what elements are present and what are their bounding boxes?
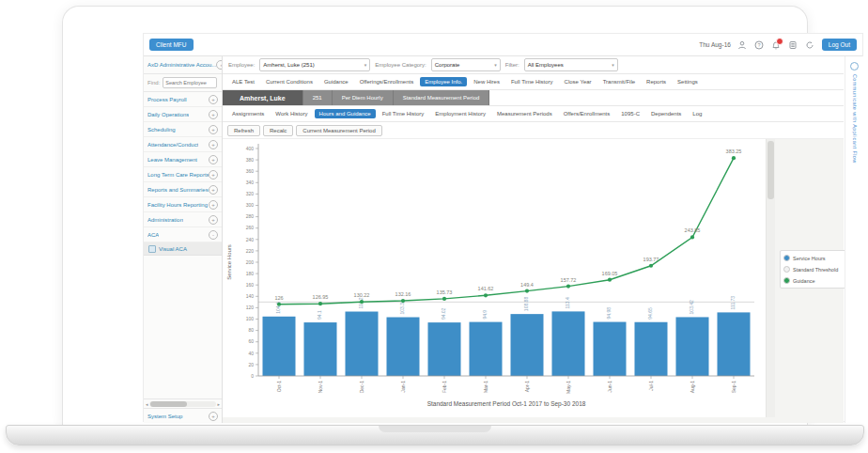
communicate-tab-label[interactable]: Communicate with Applicant Flow bbox=[852, 74, 858, 164]
sidebar-item[interactable]: ACA - bbox=[144, 227, 222, 242]
client-button[interactable]: Client MFU bbox=[149, 39, 194, 51]
sidebar-item[interactable]: Process Payroll + bbox=[144, 92, 222, 107]
sub-tab[interactable]: Measurement Periods bbox=[492, 109, 557, 118]
svg-text:May-1: May-1 bbox=[566, 381, 571, 394]
svg-text:Dec-1: Dec-1 bbox=[359, 381, 364, 394]
category-select-value: Corporate bbox=[435, 62, 460, 68]
svg-text:200: 200 bbox=[246, 259, 255, 265]
main-tab[interactable]: Employee Info. bbox=[420, 77, 467, 86]
scrollbar-thumb[interactable] bbox=[150, 401, 188, 407]
main-tab[interactable]: Current Conditions bbox=[261, 77, 318, 86]
list-icon[interactable] bbox=[788, 39, 798, 50]
sidebar-item[interactable]: Reports and Summaries + bbox=[144, 182, 222, 197]
expand-icon[interactable]: + bbox=[209, 95, 218, 104]
action-button[interactable]: Recalc bbox=[263, 125, 293, 136]
svg-text:?: ? bbox=[758, 42, 761, 48]
svg-text:Sep-1: Sep-1 bbox=[731, 381, 736, 394]
expand-icon[interactable]: + bbox=[209, 125, 218, 134]
svg-text:Feb-1: Feb-1 bbox=[442, 381, 447, 393]
main-tab[interactable]: Full Time History bbox=[506, 77, 558, 86]
user-icon[interactable] bbox=[737, 39, 748, 50]
sidebar-item-label: Facility Hours Reporting bbox=[147, 202, 208, 208]
action-button[interactable]: Refresh bbox=[227, 125, 260, 136]
sync-icon[interactable] bbox=[805, 39, 815, 50]
main-tab[interactable]: Close Year bbox=[560, 77, 597, 86]
scrollbar-track[interactable] bbox=[149, 401, 217, 407]
sidebar-item[interactable]: Scheduling + bbox=[144, 122, 222, 137]
search-input[interactable] bbox=[163, 77, 217, 88]
sub-tab[interactable]: Hours and Guidance bbox=[315, 109, 376, 118]
main-tab[interactable]: Offerings/Enrollments bbox=[355, 77, 419, 86]
svg-text:340: 340 bbox=[246, 180, 255, 185]
sidebar-scrollbar[interactable]: ◂ ▸ bbox=[144, 398, 222, 408]
employee-select[interactable]: Amherst, Luke (251)▾ bbox=[259, 58, 370, 71]
expand-icon[interactable]: + bbox=[209, 412, 218, 421]
expand-icon[interactable]: + bbox=[209, 155, 218, 164]
expand-icon[interactable]: - bbox=[209, 230, 218, 240]
svg-text:130.22: 130.22 bbox=[354, 292, 370, 298]
svg-text:80: 80 bbox=[248, 327, 254, 333]
sub-tabs: AssignmentsWork HistoryHours and Guidanc… bbox=[223, 106, 844, 122]
help-icon[interactable]: ? bbox=[754, 39, 765, 50]
sub-tab[interactable]: Full Time History bbox=[378, 109, 429, 118]
svg-text:Service Hours: Service Hours bbox=[226, 244, 232, 280]
action-button[interactable]: Current Measurement Period bbox=[296, 125, 381, 136]
expand-icon[interactable]: + bbox=[209, 185, 218, 195]
bell-icon[interactable] bbox=[771, 39, 782, 50]
sub-tab[interactable]: Dependents bbox=[646, 109, 686, 118]
sub-tab[interactable]: Work History bbox=[271, 109, 312, 118]
sidebar-item[interactable]: Facility Hours Reporting + bbox=[144, 197, 222, 212]
sub-tab[interactable]: Log bbox=[688, 109, 706, 118]
main-tab[interactable]: ALE Test bbox=[227, 77, 259, 86]
chart-scrollbar[interactable] bbox=[767, 139, 775, 417]
category-select[interactable]: Corporate▾ bbox=[431, 58, 501, 71]
legend-swatch bbox=[783, 277, 790, 284]
sidebar-item[interactable]: Leave Management + bbox=[144, 152, 222, 167]
svg-text:126: 126 bbox=[274, 295, 283, 301]
sub-tab[interactable]: Assignments bbox=[227, 109, 269, 118]
sidebar-item-visual-aca[interactable]: Visual ACA bbox=[144, 242, 222, 256]
sidebar-item-system-setup[interactable]: System Setup + bbox=[144, 408, 222, 423]
sub-tab[interactable]: Employment History bbox=[430, 109, 490, 118]
sub-tab[interactable]: 1095-C bbox=[616, 109, 644, 118]
notification-badge bbox=[776, 38, 783, 45]
sidebar-item[interactable]: Daily Operations + bbox=[144, 107, 222, 122]
svg-text:Apr-1: Apr-1 bbox=[524, 381, 530, 392]
scroll-left-icon[interactable]: ◂ bbox=[146, 401, 148, 407]
svg-text:Mar-1: Mar-1 bbox=[483, 381, 488, 393]
employee-find: Find: bbox=[144, 74, 222, 92]
main-tab[interactable]: Reports bbox=[642, 77, 671, 86]
visual-aca-icon bbox=[148, 245, 156, 253]
filter-select[interactable]: All Employees▾ bbox=[524, 58, 618, 71]
logout-button[interactable]: Log Out bbox=[822, 39, 857, 51]
sidebar-item[interactable]: Attendance/Conduct + bbox=[144, 137, 222, 152]
expand-icon[interactable]: + bbox=[209, 140, 218, 149]
svg-text:149.4: 149.4 bbox=[520, 282, 534, 288]
visual-aca-label: Visual ACA bbox=[159, 246, 187, 252]
expand-icon[interactable]: + bbox=[209, 200, 218, 210]
right-edge-tab[interactable]: Communicate with Applicant Flow bbox=[845, 56, 863, 423]
expand-icon[interactable]: + bbox=[209, 170, 218, 180]
sub-tab[interactable]: Offers/Enrollments bbox=[559, 109, 615, 118]
chart-zone: 104.594.1113.2103.394.0294.9108.88113.49… bbox=[223, 139, 844, 423]
find-label: Find: bbox=[147, 80, 160, 86]
svg-text:94.9: 94.9 bbox=[483, 310, 488, 320]
sidebar-item-label: Leave Management bbox=[147, 157, 197, 163]
sidebar-item[interactable]: Long Term Care Reports + bbox=[144, 167, 222, 182]
expand-icon[interactable]: + bbox=[209, 215, 218, 225]
expand-icon[interactable]: + bbox=[209, 110, 218, 119]
sidebar-item[interactable]: Administration + bbox=[144, 212, 222, 227]
scroll-right-icon[interactable]: ▸ bbox=[217, 401, 220, 407]
sidebar-item-label: Reports and Summaries bbox=[147, 187, 209, 193]
account-menu[interactable]: AxD Administrative Accou... ‹ bbox=[144, 56, 222, 74]
svg-text:140: 140 bbox=[246, 293, 255, 299]
main-tab[interactable]: Settings bbox=[673, 77, 703, 86]
main-tab[interactable]: New Hires bbox=[469, 77, 504, 86]
main-tab[interactable]: Transmit/File bbox=[598, 77, 640, 86]
svg-text:0: 0 bbox=[251, 373, 254, 379]
chart-side-pane: Service Hours Standard Threshold Guidanc… bbox=[775, 139, 844, 417]
legend-swatch bbox=[783, 255, 790, 261]
svg-text:280: 280 bbox=[246, 213, 255, 219]
main-tab[interactable]: Guidance bbox=[319, 77, 353, 86]
scrollbar-thumb[interactable] bbox=[767, 141, 774, 199]
